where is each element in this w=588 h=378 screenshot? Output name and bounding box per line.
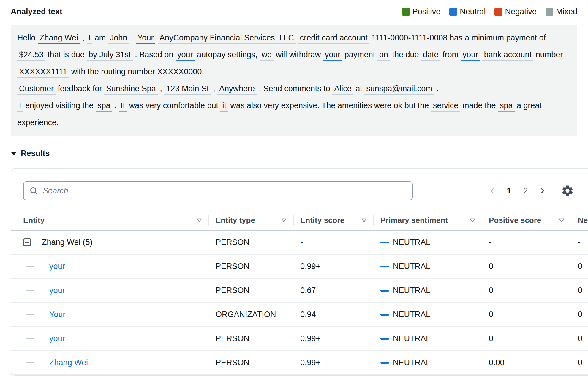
entity-highlight[interactable]: XXXXXX1111	[17, 67, 69, 78]
mixed-swatch-icon	[546, 8, 553, 16]
search-icon	[29, 186, 39, 197]
search-input[interactable]	[23, 181, 413, 200]
primary-sentiment-cell: NEUTRAL	[373, 327, 482, 350]
entity-link[interactable]: your	[49, 262, 65, 271]
negative-swatch-icon	[494, 8, 502, 16]
chevron-left-icon	[489, 187, 496, 194]
entity-highlight[interactable]: spa	[498, 101, 515, 112]
entity-highlight[interactable]: Alice	[332, 84, 353, 95]
results-card: 1 2 Entity Entity type	[11, 168, 588, 376]
negative-score-cell: 0	[571, 279, 588, 302]
entity-highlight[interactable]: on	[377, 50, 390, 61]
chevron-right-icon	[539, 187, 546, 194]
column-header-negative-score[interactable]: Negative score	[571, 210, 588, 230]
column-header-entity-type[interactable]: Entity type	[208, 210, 293, 230]
table-row: your PERSON 0.99+ NEUTRAL 0 0	[11, 327, 588, 351]
sentiment-legend: Positive Neutral Negative Mixed	[402, 7, 577, 16]
analyzed-text-header: Analyzed text Positive Neutral Negative …	[11, 0, 577, 16]
positive-score-cell: 0	[482, 279, 571, 302]
entity-link[interactable]: Zhang Wei	[49, 358, 88, 367]
collapse-group-button[interactable]	[23, 238, 31, 246]
legend-label: Positive	[412, 7, 441, 16]
legend-positive: Positive	[402, 7, 441, 16]
preferences-button[interactable]	[561, 184, 574, 198]
primary-sentiment-cell: NEUTRAL	[373, 351, 482, 374]
entity-highlight[interactable]: I	[17, 101, 23, 112]
tree-connector	[26, 351, 34, 363]
entity-highlight[interactable]: it	[220, 101, 228, 112]
entity-type-cell: ORGANIZATION	[208, 303, 293, 326]
neutral-sentiment-icon	[380, 314, 389, 316]
entity-highlight[interactable]: credit card account	[298, 33, 369, 44]
entity-highlight[interactable]: It	[119, 101, 127, 112]
entity-highlight[interactable]: spa	[96, 101, 112, 112]
negative-score-cell: 0	[571, 255, 588, 278]
sort-icon	[281, 217, 287, 223]
sort-icon	[196, 217, 203, 223]
entity-link[interactable]: your	[49, 286, 65, 295]
entity-score-cell: 0.99+	[293, 351, 373, 374]
page-1-button[interactable]: 1	[502, 184, 516, 198]
negative-score-cell: 0	[571, 351, 588, 374]
column-header-primary-sentiment[interactable]: Primary sentiment	[373, 210, 482, 230]
positive-swatch-icon	[402, 8, 410, 16]
entity-highlight[interactable]: your	[461, 50, 480, 61]
search-box	[23, 181, 413, 200]
neutral-sentiment-icon	[380, 338, 389, 340]
collapse-triangle-icon	[11, 151, 17, 157]
neutral-sentiment-icon	[380, 290, 389, 292]
entity-cell: Zhang Wei (5)	[11, 231, 208, 254]
entity-highlight[interactable]: AnyCompany Financial Services, LLC	[158, 33, 296, 44]
entity-highlight[interactable]: Anywhere	[217, 84, 257, 95]
next-page-button[interactable]	[535, 184, 549, 198]
entity-highlight[interactable]: your	[176, 50, 195, 61]
entity-score-cell: 0.67	[293, 279, 373, 302]
entity-highlight[interactable]: sunspa@mail.com	[364, 84, 434, 95]
entity-group-label: Zhang Wei (5)	[42, 238, 93, 247]
table-row: your PERSON 0.99+ NEUTRAL 0 0	[11, 255, 588, 279]
entity-cell: your	[11, 327, 208, 350]
entity-highlight[interactable]: Sunshine Spa	[104, 84, 158, 95]
entity-highlight[interactable]: $24.53	[17, 50, 45, 61]
column-header-positive-score[interactable]: Positive score	[482, 210, 571, 230]
column-header-entity[interactable]: Entity	[11, 210, 208, 230]
entity-highlight[interactable]: date	[421, 50, 440, 61]
entity-highlight[interactable]: your	[323, 50, 342, 61]
entity-highlight[interactable]: John	[108, 33, 129, 44]
sort-icon	[558, 217, 565, 223]
tree-connector	[26, 327, 34, 350]
entity-highlight[interactable]: by July 31st	[87, 50, 133, 61]
entity-score-cell: 0.94	[293, 303, 373, 326]
pagination: 1 2	[485, 181, 549, 200]
entity-cell: Zhang Wei	[11, 351, 208, 374]
sort-icon	[361, 217, 367, 223]
entity-score-cell: 0.99+	[293, 255, 373, 278]
entity-highlight[interactable]: Your	[136, 33, 156, 44]
results-section-toggle[interactable]: Results	[11, 149, 588, 158]
page: Analyzed text Positive Neutral Negative …	[0, 0, 588, 376]
entity-highlight[interactable]: bank account	[482, 50, 534, 61]
entity-highlight[interactable]: Customer	[17, 84, 56, 95]
positive-score-cell: -	[482, 231, 571, 254]
entity-highlight[interactable]: we	[260, 50, 274, 61]
entity-highlight[interactable]: Zhang Wei	[38, 33, 80, 44]
analyzed-text: Hello Zhang Wei , I am John . Your AnyCo…	[11, 25, 577, 136]
entity-type-cell: PERSON	[208, 255, 293, 278]
entity-highlight[interactable]: I	[87, 33, 93, 44]
table-row: Your ORGANIZATION 0.94 NEUTRAL 0 0	[11, 303, 588, 327]
tree-connector	[26, 279, 34, 302]
entity-link[interactable]: Your	[49, 310, 66, 319]
legend-label: Mixed	[556, 7, 577, 16]
legend-label: Negative	[505, 7, 537, 16]
column-header-entity-score[interactable]: Entity score	[293, 210, 373, 230]
negative-score-cell: -	[571, 231, 588, 254]
previous-page-button[interactable]	[485, 184, 500, 198]
entity-highlight[interactable]: 123 Main St	[164, 84, 211, 95]
page-2-button[interactable]: 2	[519, 184, 533, 198]
negative-score-cell: 0	[571, 303, 588, 326]
entity-link[interactable]: your	[49, 334, 65, 343]
entity-type-cell: PERSON	[208, 279, 293, 302]
sort-icon	[469, 217, 476, 223]
neutral-swatch-icon	[449, 8, 457, 16]
entity-highlight[interactable]: service	[431, 101, 460, 112]
